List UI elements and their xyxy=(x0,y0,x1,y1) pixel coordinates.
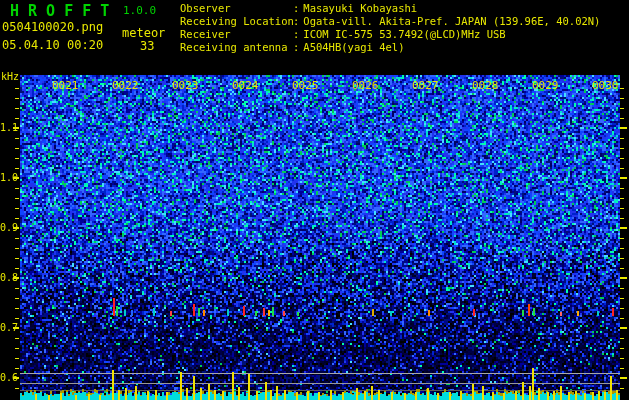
info-colon: : xyxy=(293,41,299,53)
info-value: A504HB(yagi 4el) xyxy=(303,41,404,53)
app-title: H R O F F T xyxy=(10,2,109,20)
x-tick-label: 0025 xyxy=(292,79,318,92)
x-tick-label: 0022 xyxy=(112,79,138,92)
info-row-receiver: Receiver:ICOM IC-575 53.7492(@LCD)MHz US… xyxy=(180,28,600,41)
y-tick-label: 1.1 xyxy=(0,122,13,133)
y-tick-label: 0.9 xyxy=(0,222,13,233)
x-tick-label: 0030 xyxy=(592,79,618,92)
app-version: 1.0.0 xyxy=(123,4,156,17)
x-tick-label: 0027 xyxy=(412,79,438,92)
y-tick-label: 1.0 xyxy=(0,172,13,183)
info-key: Observer xyxy=(180,2,293,15)
x-tick-label: 0028 xyxy=(472,79,498,92)
info-colon: : xyxy=(293,15,299,27)
y-tick-label: 0.7 xyxy=(0,322,13,333)
info-value: Masayuki Kobayashi xyxy=(303,2,417,14)
y-tick-label: 0.6 xyxy=(0,372,13,383)
datetime-label: 05.04.10 00:20 xyxy=(2,38,103,52)
info-key: Receiving antenna xyxy=(180,41,293,54)
x-tick-label: 0021 xyxy=(52,79,78,92)
info-value: Ogata-vill. Akita-Pref. JAPAN (139.96E, … xyxy=(303,15,600,27)
spectrogram-canvas xyxy=(0,0,629,400)
x-tick-label: 0024 xyxy=(232,79,258,92)
mode-label: meteor xyxy=(122,26,165,40)
x-tick-label: 0023 xyxy=(172,79,198,92)
y-tick-label: 0.8 xyxy=(0,272,13,283)
x-tick-label: 0029 xyxy=(532,79,558,92)
info-row-location: Receiving Location:Ogata-vill. Akita-Pre… xyxy=(180,15,600,28)
meteor-count: 33 xyxy=(140,39,154,53)
info-row-observer: Observer:Masayuki Kobayashi xyxy=(180,2,600,15)
hrofft-screen: H R O F F T 1.0.0 0504100020.png meteor … xyxy=(0,0,629,400)
station-info: Observer:Masayuki Kobayashi Receiving Lo… xyxy=(180,2,600,54)
info-row-antenna: Receiving antenna:A504HB(yagi 4el) xyxy=(180,41,600,54)
output-filename: 0504100020.png xyxy=(2,20,103,34)
info-colon: : xyxy=(293,28,299,40)
y-axis-unit-label: kHz xyxy=(1,71,19,82)
info-key: Receiver xyxy=(180,28,293,41)
x-tick-label: 0026 xyxy=(352,79,378,92)
info-value: ICOM IC-575 53.7492(@LCD)MHz USB xyxy=(303,28,505,40)
info-key: Receiving Location xyxy=(180,15,293,28)
info-colon: : xyxy=(293,2,299,14)
